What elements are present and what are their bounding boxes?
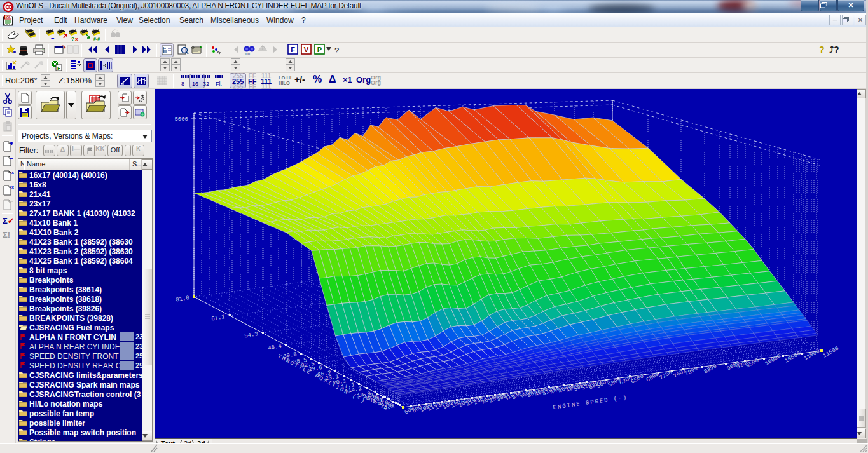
svg-text:F: F xyxy=(291,46,295,53)
svg-text:+x: +x xyxy=(9,185,14,189)
svg-text:#-#: #-# xyxy=(93,37,100,41)
svg-text:16: 16 xyxy=(192,81,198,87)
svg-text:P: P xyxy=(317,46,322,53)
svg-text:Fl.: Fl. xyxy=(216,81,222,87)
svg-text:8: 8 xyxy=(181,81,184,87)
svg-text:IOII..: IOII.. xyxy=(245,52,252,56)
svg-text:5000: 5000 xyxy=(174,116,188,123)
svg-text:F: F xyxy=(57,65,60,71)
svg-text:=x: =x xyxy=(9,170,14,175)
svg-text:=: = xyxy=(51,35,54,41)
svg-text:V: V xyxy=(304,46,309,53)
svg-text:?: ? xyxy=(71,36,74,41)
svg-text:IOI: IOI xyxy=(6,15,10,19)
svg-text:32: 32 xyxy=(203,81,209,87)
svg-text:x: x xyxy=(75,36,78,41)
